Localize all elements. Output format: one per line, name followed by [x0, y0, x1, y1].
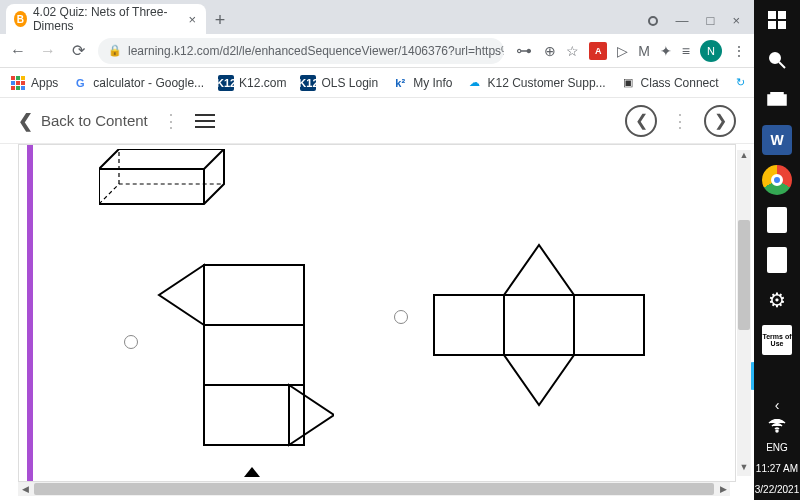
bookmark-item[interactable]: ☁ K12 Customer Supp...	[467, 75, 606, 91]
nav-back-button[interactable]: ←	[8, 42, 28, 60]
browser-window: B 4.02 Quiz: Nets of Three-Dimens × + — …	[0, 0, 754, 500]
figure-net-option-1	[154, 255, 334, 465]
url-input[interactable]: 🔒 learning.k12.com/d2l/le/enhancedSequen…	[98, 38, 504, 64]
bookmark-label: K12.com	[239, 76, 286, 90]
horizontal-scrollbar[interactable]: ◀ ▶	[18, 482, 730, 496]
window-controls: — □ ×	[648, 13, 754, 34]
pdf-extension-icon[interactable]: A	[589, 42, 607, 60]
content-header: ❮ Back to Content ⋮ ❮ ⋮ ❯	[0, 98, 754, 144]
key-icon[interactable]: ⊶	[514, 41, 534, 60]
content-next-button[interactable]: ❯	[704, 105, 736, 137]
svg-rect-16	[778, 21, 786, 29]
k2-icon: k²	[392, 75, 408, 91]
window-close-button[interactable]: ×	[732, 13, 740, 28]
tray-date[interactable]: 3/22/2021	[755, 479, 800, 500]
hamburger-menu-icon[interactable]	[195, 114, 215, 128]
selection-accent-bar	[27, 145, 33, 481]
header-menu-dots-icon[interactable]: ⋮	[671, 110, 690, 132]
scroll-left-arrow-icon[interactable]: ◀	[18, 482, 32, 496]
chevron-left-icon: ❮	[18, 110, 33, 132]
svg-line-0	[204, 149, 224, 169]
answer-radio-2[interactable]	[394, 310, 408, 324]
cast-icon[interactable]: ▷	[617, 43, 628, 59]
cloud-icon: ☁	[467, 75, 483, 91]
figure-rectangular-prism	[99, 149, 229, 209]
scrollbar-thumb[interactable]	[34, 483, 714, 495]
chrome-menu-icon[interactable]: ⋮	[732, 43, 746, 59]
bookmark-label: Class Connect	[641, 76, 719, 90]
svg-marker-5	[159, 265, 204, 325]
taskbar-app-word[interactable]: W	[754, 120, 800, 160]
nav-reload-button[interactable]: ⟳	[68, 41, 88, 60]
nav-forward-button[interactable]: →	[38, 42, 58, 60]
browser-tab[interactable]: B 4.02 Quiz: Nets of Three-Dimens ×	[6, 4, 206, 34]
bookmark-item[interactable]: k² My Info	[392, 75, 452, 91]
tray-expand-icon[interactable]: ‹	[754, 395, 800, 415]
taskbar-settings-icon[interactable]: ⚙	[754, 280, 800, 320]
header-menu-dots-icon[interactable]: ⋮	[162, 110, 181, 132]
vertical-scrollbar[interactable]: ▲ ▼	[737, 150, 751, 476]
ext-m-icon[interactable]: M	[638, 43, 650, 59]
account-dot-icon[interactable]	[648, 16, 658, 26]
scrollbar-thumb[interactable]	[738, 220, 750, 330]
k12-icon: K12	[218, 75, 234, 91]
tab-favicon: B	[14, 11, 27, 27]
svg-line-18	[779, 62, 785, 68]
bookmark-item[interactable]: ▣ Class Connect	[620, 75, 719, 91]
answer-radio-1[interactable]	[124, 335, 138, 349]
k12-icon: K12	[300, 75, 316, 91]
svg-point-21	[776, 430, 778, 432]
wifi-icon[interactable]	[754, 415, 800, 437]
bookmark-label: K12 Customer Supp...	[488, 76, 606, 90]
window-minimize-button[interactable]: —	[676, 13, 689, 28]
windows-start-button[interactable]	[754, 0, 800, 40]
lock-icon: 🔒	[108, 44, 122, 57]
profile-avatar[interactable]: N	[700, 40, 722, 62]
url-text: learning.k12.com/d2l/le/enhancedSequence…	[128, 44, 504, 58]
bookmark-item[interactable]: K12 K12.com	[218, 75, 286, 91]
svg-rect-15	[768, 21, 776, 29]
address-bar: ← → ⟳ 🔒 learning.k12.com/d2l/le/enhanced…	[0, 34, 754, 68]
bookmark-label: OLS Login	[321, 76, 378, 90]
content-prev-button[interactable]: ❮	[625, 105, 657, 137]
svg-rect-9	[574, 295, 644, 355]
tray-time[interactable]: 11:27 AM	[756, 458, 798, 479]
figure-net-option-2	[424, 235, 654, 415]
tab-close-icon[interactable]: ×	[188, 12, 196, 27]
back-to-content-button[interactable]: ❮ Back to Content	[18, 110, 148, 132]
svg-rect-3	[204, 325, 304, 385]
scroll-up-arrow-icon[interactable]: ▲	[737, 150, 751, 164]
taskbar-app-chrome[interactable]	[754, 160, 800, 200]
svg-rect-20	[771, 92, 783, 95]
bookmark-item[interactable]: K12 OLS Login	[300, 75, 378, 91]
triangle-fragment-icon	[244, 467, 260, 477]
bookmark-item[interactable]: G calculator - Google...	[72, 75, 204, 91]
bookmark-apps[interactable]: Apps	[10, 75, 58, 91]
taskbar-app-document[interactable]	[754, 200, 800, 240]
svg-marker-11	[504, 355, 574, 405]
svg-rect-8	[504, 295, 574, 355]
tab-strip: B 4.02 Quiz: Nets of Three-Dimens × + — …	[0, 0, 754, 34]
reading-list-icon[interactable]: ≡	[682, 43, 690, 59]
chevron-right-icon: ❯	[714, 111, 727, 130]
windows-search-icon[interactable]	[754, 40, 800, 80]
connect-icon: ▣	[620, 75, 636, 91]
taskbar-app-terms[interactable]: Terms of Use	[754, 320, 800, 360]
taskbar-app-document[interactable]	[754, 240, 800, 280]
zoom-icon[interactable]: ⊕	[544, 43, 556, 59]
task-view-icon[interactable]	[754, 80, 800, 120]
bookmarks-bar: Apps G calculator - Google... K12 K12.co…	[0, 68, 754, 98]
extensions-puzzle-icon[interactable]: ✦	[660, 43, 672, 59]
back-to-content-label: Back to Content	[41, 112, 148, 129]
scroll-right-arrow-icon[interactable]: ▶	[716, 482, 730, 496]
bookmark-star-icon[interactable]: ☆	[566, 43, 579, 59]
svg-rect-2	[204, 265, 304, 325]
scroll-down-arrow-icon[interactable]: ▼	[737, 462, 751, 476]
tray-language[interactable]: ENG	[766, 437, 788, 458]
window-maximize-button[interactable]: □	[707, 13, 715, 28]
tab-title: 4.02 Quiz: Nets of Three-Dimens	[33, 5, 174, 33]
chevron-left-icon: ❮	[635, 111, 648, 130]
svg-marker-6	[289, 385, 334, 445]
svg-point-17	[770, 53, 780, 63]
new-tab-button[interactable]: +	[206, 6, 234, 34]
